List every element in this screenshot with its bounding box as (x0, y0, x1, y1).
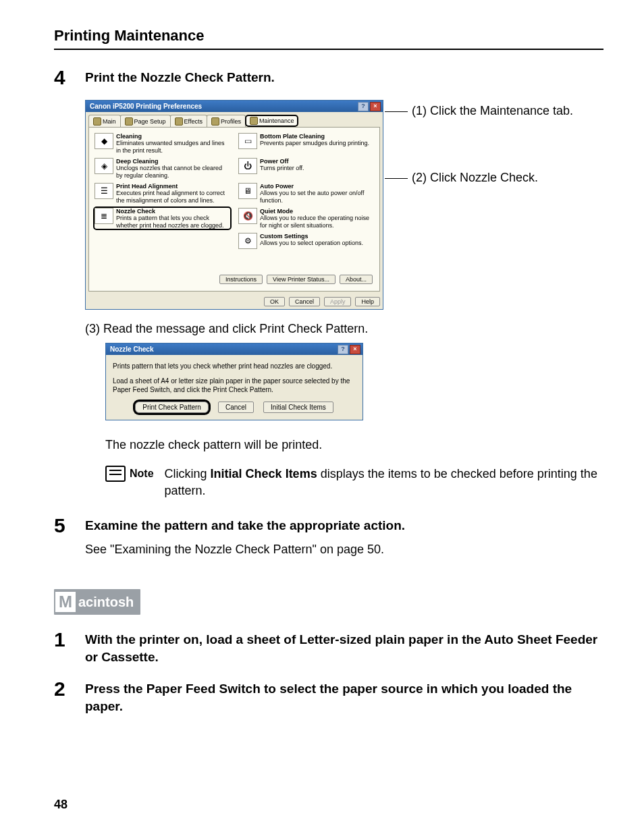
nozzle-check-text-2: Load a sheet of A4 or letter size plain … (113, 377, 356, 395)
callout-nozzle-check: (2) Click Nozzle Check. (400, 171, 573, 185)
auto-power-icon: 🖥 (238, 183, 257, 199)
util-power-title: Power Off (260, 158, 304, 165)
tab-maintenance-label: Maintenance (259, 117, 294, 124)
cleaning-icon: ◆ (95, 133, 113, 149)
util-bottom-plate[interactable]: ▭ Bottom Plate CleaningPrevents paper sm… (237, 132, 375, 155)
nozzle-close-titlebar-button[interactable]: × (350, 345, 360, 354)
util-cleaning-desc: Eliminates unwanted smudges and lines in… (116, 140, 225, 153)
mac-step-1: 1 With the printer on, load a sheet of L… (54, 628, 603, 665)
util-auto-desc: Allows you to set the auto power on/off … (260, 190, 364, 203)
step-5-sub: See "Examining the Nozzle Check Pattern"… (85, 541, 603, 558)
deep-cleaning-icon: ◈ (95, 158, 113, 174)
mac-step-1-title: With the printer on, load a sheet of Let… (85, 631, 603, 665)
help-button[interactable]: Help (355, 297, 380, 306)
util-bottom-title: Bottom Plate Cleaning (260, 133, 369, 140)
util-cleaning-title: Cleaning (116, 133, 230, 140)
tab-profiles[interactable]: Profiles (207, 115, 246, 127)
nozzle-check-titlebar: Nozzle Check ? × (106, 343, 363, 355)
view-printer-status-button[interactable]: View Printer Status... (267, 275, 336, 284)
util-head-alignment[interactable]: ☰ Print Head AlignmentExecutes print hea… (93, 182, 232, 205)
tab-main[interactable]: Main (88, 115, 121, 127)
tab-effects-label: Effects (184, 118, 203, 125)
util-nozzle-check[interactable]: ≣ Nozzle CheckPrints a pattern that lets… (93, 206, 232, 230)
tab-profiles-label: Profiles (221, 118, 241, 125)
note-block: Note Clicking Initial Check Items displa… (105, 466, 603, 499)
util-deep-cleaning[interactable]: ◈ Deep CleaningUnclogs nozzles that cann… (93, 157, 232, 180)
instructions-button[interactable]: Instructions (219, 275, 263, 284)
mac-step-1-number: 1 (54, 628, 85, 650)
macintosh-heading: Macintosh (54, 589, 140, 615)
dialog-titlebar: Canon iP5200 Printing Preferences ? × (86, 101, 383, 112)
initial-check-items-button[interactable]: Initial Check Items (263, 402, 333, 413)
util-nozzle-title: Nozzle Check (116, 208, 230, 215)
tab-page-icon (125, 117, 133, 126)
tab-maintenance-icon (250, 117, 258, 125)
util-quiet-title: Quiet Mode (260, 208, 374, 215)
close-titlebar-button[interactable]: × (370, 102, 381, 111)
about-button[interactable]: About... (340, 275, 373, 284)
dialog-title: Canon iP5200 Printing Preferences (90, 103, 202, 110)
util-bottom-desc: Prevents paper smudges during printing. (260, 140, 369, 146)
tab-page-label: Page Setup (134, 118, 166, 125)
util-deep-desc: Unclogs nozzles that cannot be cleared b… (116, 165, 222, 178)
tab-profiles-icon (211, 117, 219, 126)
printing-preferences-dialog: Canon iP5200 Printing Preferences ? × Ma… (85, 100, 383, 310)
util-auto-power[interactable]: 🖥 Auto PowerAllows you to set the auto p… (237, 182, 375, 205)
tab-effects[interactable]: Effects (170, 115, 207, 127)
util-quiet-desc: Allows you to reduce the operating noise… (260, 215, 369, 228)
bottom-plate-icon: ▭ (238, 133, 257, 149)
macintosh-heading-rest: acintosh (78, 595, 134, 610)
quiet-mode-icon: 🔇 (238, 208, 257, 224)
step-4-title: Print the Nozzle Check Pattern. (85, 69, 603, 86)
nozzle-check-title: Nozzle Check (110, 346, 153, 353)
note-label: Note (130, 468, 154, 480)
head-align-icon: ☰ (95, 183, 113, 199)
apply-button[interactable]: Apply (324, 297, 352, 306)
tab-main-label: Main (103, 118, 116, 125)
step-4-number: 4 (54, 66, 85, 88)
note-text: Clicking Initial Check Items displays th… (165, 466, 603, 499)
custom-settings-icon: ⚙ (238, 233, 257, 249)
step-5: 5 Examine the pattern and take the appro… (54, 514, 603, 558)
nozzle-check-dialog: Nozzle Check ? × Prints pattern that let… (105, 343, 363, 420)
macintosh-heading-initial: M (54, 590, 77, 613)
nozzle-cancel-button[interactable]: Cancel (218, 402, 254, 413)
page-number: 48 (54, 798, 68, 812)
nozzle-help-titlebar-button[interactable]: ? (338, 345, 348, 354)
tab-maintenance[interactable]: Maintenance (245, 115, 299, 127)
divider (54, 49, 603, 50)
step-5-title: Examine the pattern and take the appropr… (85, 517, 603, 534)
tab-page-setup[interactable]: Page Setup (120, 115, 171, 127)
util-custom-settings[interactable]: ⚙ Custom SettingsAllows you to select op… (237, 231, 375, 250)
tab-effects-icon (175, 117, 183, 126)
util-deep-title: Deep Cleaning (116, 158, 230, 165)
nozzle-printed-text: The nozzle check pattern will be printed… (105, 437, 603, 453)
util-head-desc: Executes print head alignment to correct… (116, 190, 225, 203)
cancel-button[interactable]: Cancel (289, 297, 320, 306)
callout-maintenance-tab: (1) Click the Maintenance tab. (400, 104, 573, 118)
power-off-icon: ⏻ (238, 158, 257, 174)
note-icon (105, 466, 126, 482)
section-title: Printing Maintenance (54, 27, 603, 45)
util-nozzle-desc: Prints a pattern that lets you check whe… (116, 215, 224, 228)
util-power-desc: Turns printer off. (260, 165, 304, 171)
step-4: 4 Print the Nozzle Check Pattern. (54, 66, 603, 88)
nozzle-check-icon: ≣ (95, 208, 113, 224)
nozzle-check-text-1: Prints pattern that lets you check wheth… (113, 362, 356, 371)
step-4-substep-3: (3) Read the message and click Print Che… (85, 322, 603, 336)
print-check-pattern-button[interactable]: Print Check Pattern (135, 402, 209, 413)
step-5-number: 5 (54, 514, 85, 536)
ok-button[interactable]: OK (264, 297, 285, 306)
util-quiet-mode[interactable]: 🔇 Quiet ModeAllows you to reduce the ope… (237, 206, 375, 230)
util-head-title: Print Head Alignment (116, 183, 230, 190)
util-custom-title: Custom Settings (260, 233, 363, 240)
util-power-off[interactable]: ⏻ Power OffTurns printer off. (237, 157, 375, 180)
mac-step-2: 2 Press the Paper Feed Switch to select … (54, 678, 603, 715)
mac-step-2-number: 2 (54, 678, 85, 699)
tab-main-icon (93, 117, 101, 126)
util-auto-title: Auto Power (260, 183, 374, 190)
util-cleaning[interactable]: ◆ CleaningEliminates unwanted smudges an… (93, 132, 232, 155)
help-titlebar-button[interactable]: ? (358, 102, 369, 111)
util-custom-desc: Allows you to select operation options. (260, 240, 363, 246)
mac-step-2-title: Press the Paper Feed Switch to select th… (85, 680, 603, 715)
